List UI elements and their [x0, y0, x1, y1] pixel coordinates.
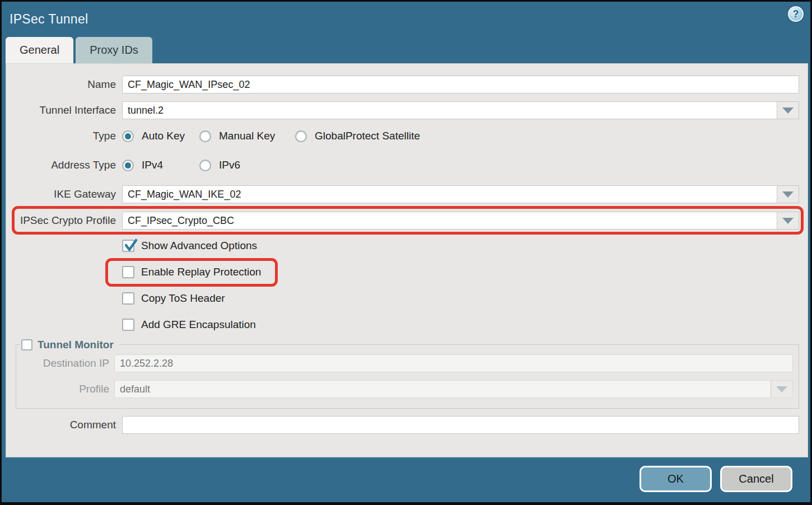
chevron-down-icon [782, 191, 794, 198]
radio-button-icon [122, 160, 134, 171]
general-tab-panel: Name Tunnel Interface tunnel.2 Type [6, 63, 808, 457]
dialog-title: IPSec Tunnel [10, 12, 88, 27]
ipsec-crypto-profile-row: IPSec Crypto Profile CF_IPsec_Crypto_CBC [6, 212, 799, 230]
comment-input[interactable] [122, 416, 799, 434]
ipsec-crypto-profile-dropdown-button[interactable] [777, 212, 799, 229]
dialog-titlebar: IPSec Tunnel ? [2, 2, 810, 37]
ipsec-crypto-profile-value: CF_IPsec_Crypto_CBC [123, 212, 777, 229]
tab-general[interactable]: General [6, 37, 73, 63]
type-row: Type Auto Key Manual Key GlobalProtect S… [6, 128, 799, 144]
help-icon[interactable]: ? [788, 6, 804, 22]
radio-globalprotect-satellite[interactable]: GlobalProtect Satellite [295, 130, 420, 142]
tunnel-interface-row: Tunnel Interface tunnel.2 [6, 101, 799, 119]
destination-ip-input [114, 354, 793, 372]
radio-button-icon [122, 130, 134, 142]
ike-gateway-row: IKE Gateway CF_Magic_WAN_IKE_02 [6, 185, 799, 203]
chevron-down-icon [782, 107, 794, 114]
ike-gateway-dropdown[interactable]: CF_Magic_WAN_IKE_02 [122, 185, 799, 203]
add-gre-encapsulation-label: Add GRE Encapsulation [141, 319, 256, 331]
address-type-radio-group: IPv4 IPv6 [122, 159, 240, 171]
profile-dropdown: default [114, 380, 793, 398]
advanced-options-section: Show Advanced Options Enable Replay Prot… [6, 239, 799, 331]
type-radio-group: Auto Key Manual Key GlobalProtect Satell… [122, 130, 420, 142]
radio-ipv4[interactable]: IPv4 [122, 159, 199, 171]
chevron-down-icon [776, 386, 787, 392]
name-label: Name [6, 78, 116, 91]
dialog-footer: OK Cancel [2, 457, 810, 502]
destination-ip-row: Destination IP [16, 354, 793, 372]
tab-bar: General Proxy IDs [2, 37, 810, 63]
tunnel-monitor-checkbox[interactable] [21, 339, 32, 350]
comment-label: Comment [6, 419, 116, 431]
ok-button[interactable]: OK [640, 466, 712, 492]
checkmark-icon [123, 238, 138, 253]
ipsec-crypto-profile-label: IPSec Crypto Profile [6, 214, 116, 227]
ike-gateway-dropdown-button[interactable] [777, 186, 799, 203]
show-advanced-options-row: Show Advanced Options [122, 239, 799, 252]
radio-manual-key[interactable]: Manual Key [199, 130, 295, 142]
enable-replay-protection-checkbox[interactable] [122, 266, 134, 278]
copy-tos-header-label: Copy ToS Header [141, 292, 225, 305]
tunnel-monitor-label: Tunnel Monitor [38, 339, 114, 351]
enable-replay-protection-label: Enable Replay Protection [141, 266, 261, 278]
cancel-button[interactable]: Cancel [720, 466, 792, 492]
radio-auto-key[interactable]: Auto Key [122, 130, 199, 142]
enable-replay-protection-row: Enable Replay Protection [122, 265, 799, 278]
ike-gateway-value: CF_Magic_WAN_IKE_02 [123, 186, 777, 203]
radio-button-icon [199, 160, 211, 171]
address-type-label: Address Type [6, 159, 116, 171]
comment-row: Comment [6, 416, 799, 434]
profile-row: Profile default [16, 380, 793, 398]
destination-ip-label: Destination IP [16, 357, 109, 370]
radio-ipv6[interactable]: IPv6 [199, 159, 240, 171]
ipsec-tunnel-dialog: IPSec Tunnel ? General Proxy IDs Name Tu… [0, 0, 812, 505]
copy-tos-header-row: Copy ToS Header [122, 292, 799, 305]
name-input[interactable] [122, 76, 799, 93]
copy-tos-header-checkbox[interactable] [122, 292, 134, 305]
address-type-row: Address Type IPv4 IPv6 [6, 157, 799, 173]
tunnel-monitor-fieldset: Tunnel Monitor Destination IP Profile de… [16, 344, 799, 409]
ipsec-crypto-profile-dropdown[interactable]: CF_IPsec_Crypto_CBC [122, 212, 799, 230]
profile-dropdown-button [771, 381, 792, 398]
profile-label: Profile [16, 383, 109, 395]
tunnel-monitor-legend: Tunnel Monitor [20, 338, 119, 352]
add-gre-encapsulation-row: Add GRE Encapsulation [122, 318, 799, 331]
show-advanced-options-label: Show Advanced Options [141, 240, 257, 252]
ike-gateway-label: IKE Gateway [6, 188, 116, 200]
chevron-down-icon [782, 218, 794, 224]
tab-proxy-ids[interactable]: Proxy IDs [76, 37, 152, 63]
profile-value: default [115, 381, 771, 398]
tunnel-interface-dropdown-button[interactable] [777, 102, 799, 119]
type-label: Type [6, 130, 116, 142]
tunnel-interface-dropdown[interactable]: tunnel.2 [122, 101, 799, 119]
name-row: Name [6, 76, 799, 93]
tunnel-interface-value: tunnel.2 [123, 102, 777, 119]
show-advanced-options-checkbox[interactable] [122, 240, 134, 252]
tunnel-interface-label: Tunnel Interface [6, 104, 116, 116]
radio-button-icon [295, 130, 307, 142]
radio-button-icon [199, 130, 211, 142]
add-gre-encapsulation-checkbox[interactable] [122, 319, 134, 331]
